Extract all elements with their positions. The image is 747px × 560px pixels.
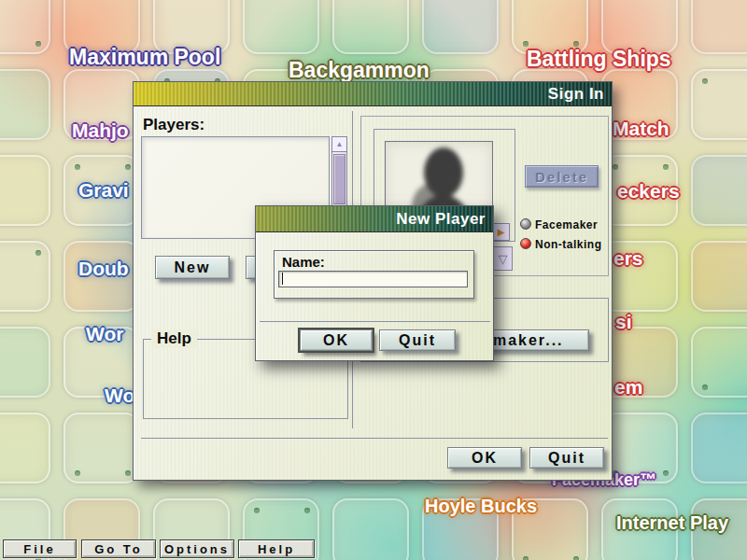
new-player-ok-button[interactable]: OK (300, 329, 373, 351)
menu-help[interactable]: Help (238, 539, 315, 558)
bg-tile (0, 0, 50, 54)
tile-pip-icon (573, 556, 579, 560)
bg-game-title[interactable]: Backgammon (289, 58, 430, 83)
sign-in-quit-button[interactable]: Quit (529, 447, 604, 469)
radio-non-talking-label[interactable]: Non-talking (535, 238, 602, 251)
radio-facemaker-label[interactable]: Facemaker (535, 218, 598, 231)
bg-tile (422, 0, 499, 54)
next-face-button[interactable]: ▶ (492, 223, 510, 241)
bg-game-title[interactable]: Gravi (78, 179, 129, 202)
bg-tile (691, 241, 747, 312)
bg-tile (691, 327, 747, 398)
bg-game-title[interactable]: Wo (105, 385, 134, 407)
bg-tile (243, 0, 319, 54)
name-input[interactable] (278, 271, 468, 287)
tile-pip-icon (304, 508, 310, 513)
bg-tile (691, 0, 747, 54)
tile-pip-icon (702, 78, 708, 84)
next-face-icon: ▶ (498, 227, 505, 237)
face-scroll-down-button[interactable]: ▽ (493, 246, 513, 271)
face-scroll-down-icon: ▽ (499, 252, 508, 266)
tile-pip-icon (75, 470, 80, 476)
tile-pip-icon (75, 164, 80, 170)
desktop-screen: Maximum Pool Backgammon Battling Ships M… (0, 0, 747, 560)
bg-game-title[interactable]: Wor (86, 323, 123, 345)
radio-facemaker[interactable] (520, 218, 531, 230)
bg-tile (691, 413, 747, 483)
tile-pip-icon (663, 470, 669, 476)
menu-file[interactable]: File (3, 539, 77, 558)
tile-pip-icon (125, 164, 131, 170)
bg-game-title[interactable]: Battling Ships (527, 47, 671, 72)
bg-game-title[interactable]: Match (613, 118, 669, 140)
bg-tile (0, 69, 50, 140)
scrollbar-thumb[interactable] (333, 154, 345, 204)
bg-tile (691, 155, 747, 226)
new-player-titlebar: New Player (256, 206, 493, 232)
new-player-title: New Player (396, 206, 486, 232)
bg-tile (0, 155, 50, 226)
scroll-up-icon: ▲ (336, 140, 344, 148)
bg-tile (691, 69, 747, 140)
bg-label-hoyle-bucks: Hoyle Bucks (425, 496, 537, 517)
bg-game-title[interactable]: ers (613, 247, 643, 270)
tile-pip-icon (523, 556, 529, 560)
bg-tile (332, 0, 409, 54)
bg-game-title[interactable]: Mahjo (72, 119, 129, 142)
menu-go-to[interactable]: Go To (81, 539, 156, 558)
bg-game-title[interactable]: Maximum Pool (69, 45, 220, 70)
bg-tile (63, 413, 140, 483)
bg-label-internet-play: Internet Play (616, 512, 728, 534)
bg-tile (332, 498, 409, 560)
menu-options[interactable]: Options (160, 539, 234, 558)
sign-in-ok-button[interactable]: OK (447, 447, 522, 469)
new-button[interactable]: New (155, 256, 230, 279)
footer-separator (141, 438, 608, 439)
sign-in-title: Sign In (548, 82, 604, 106)
radio-non-talking[interactable] (520, 238, 531, 249)
bg-game-title[interactable]: eckers (617, 180, 680, 203)
tile-pip-icon (35, 250, 41, 256)
tile-pip-icon (125, 470, 131, 476)
bg-game-title[interactable]: em (614, 376, 642, 399)
players-label: Players: (143, 116, 204, 134)
help-group-label: Help (151, 329, 197, 348)
tile-pip-icon (613, 164, 618, 170)
name-label: Name: (282, 254, 325, 270)
text-caret (282, 273, 283, 285)
bg-game-title[interactable]: si (615, 311, 632, 333)
bg-game-title[interactable]: Doub (78, 258, 129, 280)
bg-tile (0, 413, 50, 483)
sign-in-titlebar: Sign In (134, 82, 612, 106)
button-separator (260, 321, 490, 322)
bg-tile (0, 327, 50, 398)
tile-pip-icon (254, 508, 260, 513)
scrollbar-up-button[interactable]: ▲ (331, 136, 347, 152)
new-player-quit-button[interactable]: Quit (379, 329, 456, 351)
tile-pip-icon (702, 385, 708, 390)
delete-button[interactable]: Delete (525, 165, 599, 188)
tile-pip-icon (35, 41, 41, 47)
bg-tile (0, 241, 50, 312)
new-player-dialog: New Player Name: OK Quit (255, 205, 494, 361)
tile-pip-icon (663, 164, 669, 170)
